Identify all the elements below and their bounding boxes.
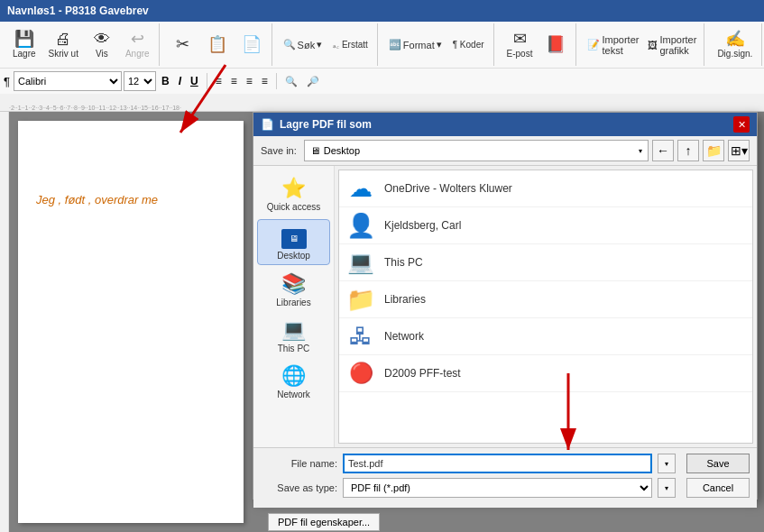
copy-button[interactable]: 📋 (201, 25, 234, 65)
quick-access-label: Quick access (267, 202, 320, 212)
cancel-button[interactable]: Cancel (686, 478, 750, 498)
document-page: Jeg , født , overdrar me (18, 121, 244, 523)
format-group: 🔤 Format ▾ ¶ Koder (382, 23, 494, 66)
import-group: 📝 Importer tekst 🖼 Importer grafikk (580, 23, 704, 66)
cut-button[interactable]: ✂ (167, 25, 199, 65)
dialog-title-icon: 📄 (261, 118, 274, 131)
quick-access-icon: ⭐ (281, 177, 306, 200)
font-size-select[interactable]: 12 (124, 71, 156, 91)
cut-icon: ✂ (176, 36, 189, 52)
nav-libraries[interactable]: 📚 Libraries (257, 269, 330, 311)
search-group: 🔍 Søk ▾ ₐ꜀ Erstatt (276, 23, 378, 66)
file-item-onedrive[interactable]: ☁ OneDrive - Wolters Kluwer (339, 170, 752, 207)
nav-network[interactable]: 🌐 Network (257, 361, 330, 403)
format-arrow: ▾ (437, 39, 442, 50)
title-bar: Navnløs1 - P8318 Gavebrev (0, 0, 764, 22)
format-label: Format (403, 40, 435, 50)
underline-button[interactable]: U (187, 71, 202, 91)
libraries-nav-label: Libraries (276, 298, 310, 307)
paste-icon: 📄 (242, 36, 262, 52)
skriv-ut-button[interactable]: 🖨 Skriv ut (43, 25, 84, 65)
save-button[interactable]: Save (686, 454, 750, 473)
savetype-label: Save as type: (261, 482, 337, 493)
this-pc-nav-icon: 💻 (281, 318, 306, 342)
file-group: 💾 Lagre 🖨 Skriv ut 👁 Vis ↩ Angre (4, 23, 160, 66)
align-center-button[interactable]: ≡ (227, 71, 241, 91)
formatting-toolbar: ¶ Calibri 12 B I U ≡ ≡ ≡ ≡ 🔍 🔎 (0, 69, 764, 94)
pdf-icon: 📕 (546, 36, 566, 52)
paste-button[interactable]: 📄 (235, 25, 268, 65)
importer-tekst-button[interactable]: 📝 Importer tekst (584, 25, 642, 65)
file-item-thispc[interactable]: 💻 This PC (339, 244, 752, 281)
this-pc-nav-label: This PC (278, 344, 310, 353)
align-justify-button[interactable]: ≡ (258, 71, 272, 91)
undo-icon: ↩ (131, 31, 144, 47)
align-left-button[interactable]: ≡ (212, 71, 226, 91)
file-item-network[interactable]: 🖧 Network (339, 318, 752, 355)
epost-button[interactable]: ✉ E-post (502, 25, 538, 65)
koder-label: Koder (460, 40, 484, 50)
person-name: Kjeldsberg, Carl (384, 219, 461, 232)
email-icon: ✉ (513, 31, 527, 47)
italic-button[interactable]: I (175, 71, 185, 91)
nav-desktop[interactable]: 🖥 Desktop (257, 219, 330, 265)
format-button[interactable]: 🔤 Format ▾ (385, 25, 446, 65)
pdf-properties-button[interactable]: PDF fil egenskaper... (268, 513, 380, 531)
filename-row: File name: ▾ Save (261, 454, 750, 473)
savetype-select[interactable]: PDF fil (*.pdf) (343, 478, 652, 498)
sign-group: ✍ Dig.sign. (708, 23, 762, 66)
zoom-in-button[interactable]: 🔎 (303, 71, 323, 91)
print-icon: 🖨 (55, 31, 71, 47)
ruler: ·2· ·1· ·1· ·2· ·3· ·4· ·5· ·6· ·7· ·8· … (0, 94, 764, 112)
save-in-dropdown[interactable]: 🖥 Desktop ▾ (304, 140, 649, 161)
pdf-icon-button[interactable]: 📕 (539, 25, 572, 65)
nav-quick-access[interactable]: ⭐ Quick access (257, 173, 330, 216)
format-icon: 🔤 (389, 39, 401, 50)
font-family-select[interactable]: Calibri (14, 71, 122, 91)
save-in-arrow: ▾ (639, 147, 642, 155)
nav-up-button[interactable]: ↑ (677, 140, 699, 161)
angre-button[interactable]: ↩ Angre (120, 25, 155, 65)
network-nav-icon: 🌐 (281, 364, 306, 388)
ersatt-label: ₐ꜀ Erstatt (333, 40, 368, 50)
desktop-nav-icon: 🖥 (281, 224, 307, 249)
d2009-name: D2009 PFF-test (384, 367, 461, 380)
filename-input[interactable] (343, 454, 652, 473)
vis-button[interactable]: 👁 Vis (86, 25, 118, 65)
save-in-label-text: Save in: (261, 145, 297, 156)
dialog-bottom: File name: ▾ Save Save as type: PDF fil … (253, 447, 757, 508)
epost-group: ✉ E-post 📕 (498, 23, 577, 66)
paragraph-icon: ¶ (4, 75, 10, 88)
koder-button[interactable]: ¶ Koder (447, 25, 490, 65)
sok-button[interactable]: 🔍 Søk ▾ (280, 25, 327, 65)
file-item-d2009[interactable]: 🔴 D2009 PFF-test (339, 355, 752, 392)
nav-this-pc[interactable]: 💻 This PC (257, 315, 330, 357)
nav-new-folder-button[interactable]: 📁 (703, 140, 724, 161)
savetype-dropdown-arrow[interactable]: ▾ (658, 478, 676, 498)
koder-icon: ¶ (453, 40, 457, 50)
file-item-person[interactable]: 👤 Kjeldsberg, Carl (339, 207, 752, 244)
digsign-button[interactable]: ✍ Dig.sign. (712, 25, 758, 65)
dialog-close-button[interactable]: ✕ (733, 116, 750, 133)
bold-button[interactable]: B (158, 71, 173, 91)
network-name: Network (384, 330, 424, 343)
sok-label: Søk (298, 40, 316, 50)
onedrive-icon: ☁ (346, 176, 375, 201)
import-graphic-icon: 🖼 (648, 40, 658, 50)
filename-dropdown-arrow[interactable]: ▾ (658, 454, 676, 473)
libraries-nav-icon: 📚 (281, 272, 306, 296)
zoom-out-button[interactable]: 🔍 (281, 71, 301, 91)
file-item-libraries[interactable]: 📁 Libraries (339, 281, 752, 318)
thispc-name: This PC (384, 256, 423, 269)
dialog-title-left: 📄 Lagre PDF fil som (261, 118, 372, 131)
importer-grafikk-label: Importer grafikk (659, 34, 696, 56)
savetype-row: Save as type: PDF fil (*.pdf) ▾ Cancel (261, 478, 750, 498)
importer-grafikk-button[interactable]: 🖼 Importer grafikk (644, 25, 700, 65)
lagre-button[interactable]: 💾 Lagre (7, 25, 41, 65)
app-title: Navnløs1 - P8318 Gavebrev (7, 5, 149, 17)
align-right-button[interactable]: ≡ (243, 71, 256, 91)
sok-arrow: ▾ (317, 39, 322, 50)
nav-view-button[interactable]: ⊞▾ (728, 140, 750, 161)
nav-back-button[interactable]: ← (652, 140, 674, 161)
ersatt-button[interactable]: ₐ꜀ Erstatt (327, 25, 373, 65)
